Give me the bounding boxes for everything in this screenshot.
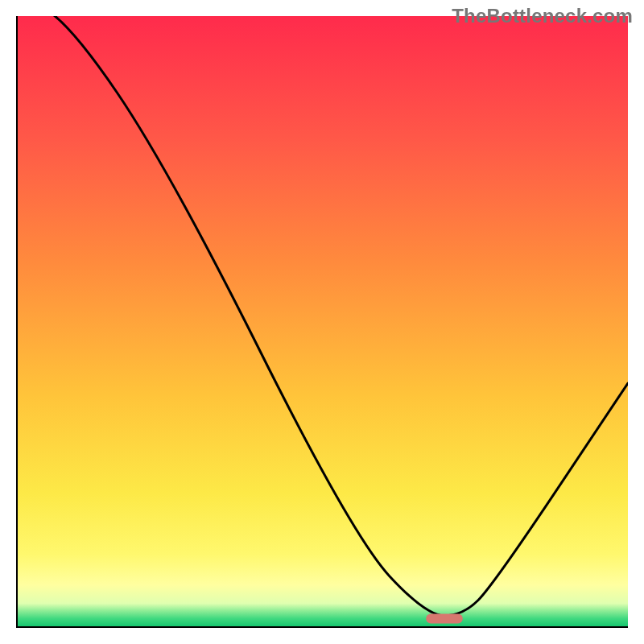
- watermark-label: TheBottleneck.com: [452, 5, 633, 27]
- background-gradient: [16, 16, 628, 628]
- optimal-range-marker: [426, 614, 463, 624]
- chart-container: TheBottleneck.com: [0, 0, 644, 644]
- chart-svg: [16, 16, 628, 628]
- plot-area: [16, 16, 628, 628]
